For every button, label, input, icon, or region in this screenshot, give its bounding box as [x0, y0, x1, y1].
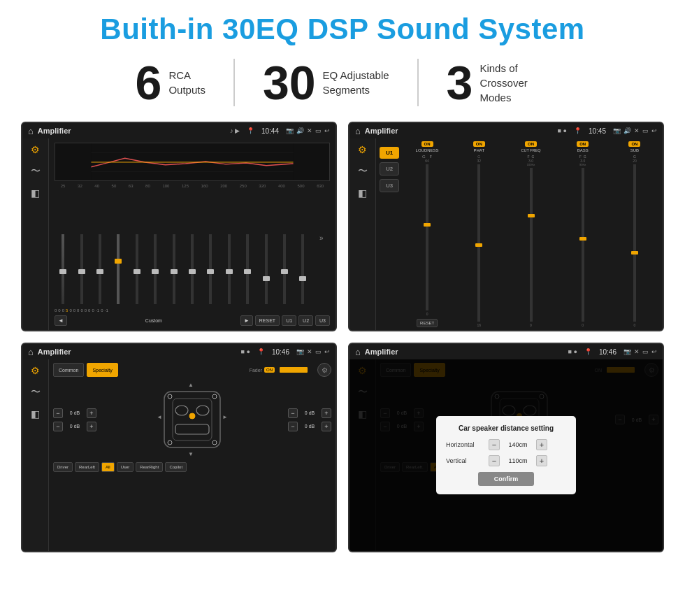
- rearright-btn[interactable]: RearRight: [136, 462, 163, 472]
- eq-slider-3[interactable]: [110, 234, 127, 304]
- level-minus-fl[interactable]: −: [53, 408, 63, 418]
- eq-icon-1[interactable]: ⚙: [31, 144, 40, 155]
- status-bar-1: ⌂ Amplifier ♪ ▶ 📍 10:44 📷 🔊 ✕ ▭ ↩: [22, 123, 336, 138]
- vol-icon-side-1[interactable]: ◧: [31, 187, 40, 199]
- rearleft-btn[interactable]: RearLeft: [75, 462, 99, 472]
- eq-slider-0[interactable]: [55, 234, 71, 304]
- tab-common[interactable]: Common: [53, 363, 84, 377]
- cutfreq-name: CUT FREQ: [521, 148, 541, 152]
- wave-icon-2[interactable]: 〜: [358, 165, 368, 178]
- svg-text:►: ►: [222, 414, 227, 420]
- vol-icon-1: 🔊: [296, 127, 304, 134]
- eq-custom-label: Custom: [69, 318, 238, 323]
- sub-on[interactable]: ON: [628, 141, 640, 147]
- level-value-fr: 0 dB: [300, 410, 319, 415]
- pin-icon-4: 📍: [584, 348, 592, 355]
- loudness-on[interactable]: ON: [421, 141, 433, 147]
- eq-slider-13[interactable]: [294, 234, 311, 304]
- tab-specialty[interactable]: Specialty: [87, 363, 117, 377]
- eq-slider-expand[interactable]: »: [313, 234, 330, 304]
- dsp-reset-btn[interactable]: RESET: [417, 319, 438, 327]
- cam-icon-1: 📷: [286, 127, 294, 134]
- dsp-u2-btn[interactable]: U2: [380, 162, 399, 176]
- eq-slider-7[interactable]: [184, 234, 201, 304]
- horizontal-value: 140cm: [504, 441, 532, 448]
- level-plus-rr[interactable]: +: [322, 422, 331, 431]
- level-minus-fr[interactable]: −: [288, 408, 298, 418]
- eq-slider-1[interactable]: [73, 234, 89, 304]
- main-title: Buith-in 30EQ DSP Sound System: [21, 13, 664, 46]
- eq-slider-12[interactable]: [276, 234, 293, 304]
- screen-content-2: ⚙ 〜 ◧ U1 U2 U3 ON: [349, 138, 663, 330]
- home-icon-4[interactable]: ⌂: [355, 347, 361, 357]
- eq-slider-9[interactable]: [221, 234, 238, 304]
- settings-icon-3[interactable]: ⚙: [317, 363, 331, 377]
- level-minus-rl[interactable]: −: [53, 422, 63, 431]
- music-icon-1: ♪ ▶: [230, 127, 240, 134]
- eq-slider-11[interactable]: [257, 234, 274, 304]
- vertical-plus-btn[interactable]: +: [536, 455, 547, 466]
- dsp-u1-btn[interactable]: U1: [380, 147, 399, 159]
- vertical-minus-btn[interactable]: −: [489, 455, 500, 466]
- home-icon-1[interactable]: ⌂: [28, 126, 34, 136]
- level-plus-fl[interactable]: +: [87, 408, 96, 418]
- stat-item-rca: 6 RCAOutputs: [108, 59, 235, 106]
- status-icons-3: ■ ●: [241, 348, 250, 355]
- wave-icon-3[interactable]: 〜: [31, 386, 41, 399]
- all-btn[interactable]: All: [101, 462, 115, 472]
- phat-on[interactable]: ON: [473, 141, 485, 147]
- menu-icon-4: ▭: [642, 348, 649, 355]
- wave-icon-1[interactable]: 〜: [31, 165, 41, 178]
- svg-text:◄: ◄: [157, 414, 162, 420]
- eq-slider-8[interactable]: [202, 234, 219, 304]
- home-icon-3[interactable]: ⌂: [28, 347, 34, 357]
- stat-item-eq: 30 EQ AdjustableSegments: [235, 59, 419, 106]
- left-sidebar-2: ⚙ 〜 ◧: [349, 138, 376, 330]
- svg-text:▼: ▼: [188, 451, 194, 457]
- dsp-channel-cutfreq: ON CUT FREQ F G 3.0 100Hz 0: [506, 141, 555, 327]
- confirm-btn[interactable]: Confirm: [478, 472, 534, 486]
- eq-next-btn[interactable]: ►: [240, 315, 253, 326]
- eq-slider-10[interactable]: [239, 234, 256, 304]
- eq-slider-5[interactable]: [147, 234, 164, 304]
- status-icons-2: ■ ●: [558, 127, 567, 134]
- svg-point-12: [168, 440, 172, 445]
- eq-icon-2[interactable]: ⚙: [358, 144, 367, 155]
- home-icon-2[interactable]: ⌂: [355, 126, 361, 136]
- eq-icon-3[interactable]: ⚙: [31, 365, 40, 376]
- vertical-value: 110cm: [504, 457, 532, 464]
- horizontal-plus-btn[interactable]: +: [536, 439, 547, 450]
- svg-point-13: [212, 440, 217, 445]
- eq-sliders: »: [55, 190, 330, 304]
- copilot-btn[interactable]: Copilot: [165, 462, 187, 472]
- eq-reset-btn[interactable]: RESET: [255, 315, 280, 326]
- x-icon-4: ✕: [634, 348, 640, 355]
- eq-u3-btn[interactable]: U3: [315, 315, 330, 326]
- driver-btn[interactable]: Driver: [53, 462, 73, 472]
- level-plus-rl[interactable]: +: [87, 422, 96, 431]
- vertical-label: Vertical: [446, 457, 484, 464]
- dialog-overlay: Car speaker distance setting Horizontal …: [349, 359, 663, 551]
- eq-prev-btn[interactable]: ◄: [55, 315, 67, 326]
- cutfreq-on[interactable]: ON: [525, 141, 537, 147]
- app-name-4: Amplifier: [365, 348, 398, 356]
- level-minus-rr[interactable]: −: [288, 422, 298, 431]
- bass-on[interactable]: ON: [577, 141, 589, 147]
- eq-slider-2[interactable]: [92, 234, 108, 304]
- vol-icon-side-2[interactable]: ◧: [358, 187, 367, 199]
- dsp-u3-btn[interactable]: U3: [380, 179, 399, 192]
- horizontal-minus-btn[interactable]: −: [489, 439, 500, 450]
- eq-slider-6[interactable]: [165, 234, 182, 304]
- user-btn[interactable]: User: [117, 462, 134, 472]
- back-icon-2: ↩: [651, 127, 657, 134]
- eq-freq-labels: 253240 506380 100125160 200250320 400500…: [55, 184, 330, 188]
- status-icons-right-1: 📷 🔊 ✕ ▭ ↩: [286, 127, 330, 134]
- eq-slider-4[interactable]: [129, 234, 145, 304]
- level-row-rl: − 0 dB +: [53, 422, 96, 431]
- eq-u1-btn[interactable]: U1: [282, 315, 296, 326]
- level-plus-fr[interactable]: +: [322, 408, 331, 418]
- eq-u2-btn[interactable]: U2: [298, 315, 313, 326]
- status-icons-right-3: 📷 ✕ ▭ ↩: [296, 348, 330, 355]
- horizontal-label: Horizontal: [446, 441, 484, 448]
- vol-icon-side-3[interactable]: ◧: [31, 408, 40, 420]
